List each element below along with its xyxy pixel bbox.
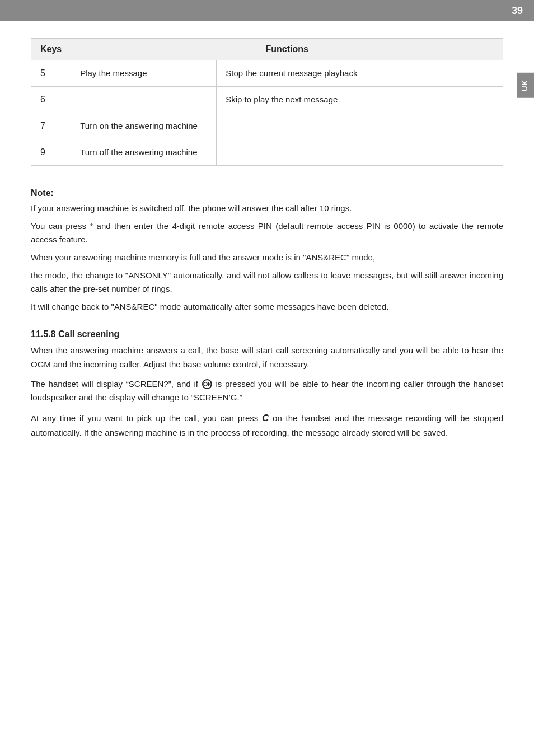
note-label: Note: [31, 188, 503, 198]
table-cell-func1: Turn on the answering machine [71, 113, 217, 139]
note-para-2: When your answering machine memory is fu… [31, 251, 503, 264]
table-cell-func1: Play the message [71, 60, 217, 87]
table-row: 6Skip to play the next message [31, 87, 503, 113]
section-para-1: The handset will display “SCREEN?”, and … [31, 377, 503, 405]
note-para-1: You can press * and then enter the 4-dig… [31, 220, 503, 246]
side-tab: UK [517, 73, 534, 98]
main-content: Keys Functions 5Play the messageStop the… [0, 21, 534, 468]
section-11-5-8: 11.5.8 Call screening When the answering… [31, 329, 503, 440]
table-cell-func1: Turn off the answering machine [71, 139, 217, 166]
table-cell-func2 [217, 113, 503, 139]
section-para-2: At any time if you want to pick up the c… [31, 410, 503, 440]
table-cell-func2: Skip to play the next message [217, 87, 503, 113]
table-cell-func2: Stop the current message playback [217, 60, 503, 87]
table-cell-func1 [71, 87, 217, 113]
note-para-4: It will change back to "ANS&REC" mode au… [31, 300, 503, 314]
section-para-0: When the answering machine answers a cal… [31, 344, 503, 372]
table-cell-key: 9 [31, 139, 71, 166]
table-cell-key: 5 [31, 60, 71, 87]
table-cell-func2 [217, 139, 503, 166]
page-number: 39 [512, 5, 523, 17]
ok-button-icon: OK [202, 380, 213, 390]
table-row: 5Play the messageStop the current messag… [31, 60, 503, 87]
table-cell-key: 6 [31, 87, 71, 113]
table-cell-key: 7 [31, 113, 71, 139]
note-section: Note: If your answering machine is switc… [31, 188, 503, 314]
table-row: 9Turn off the answering machine [31, 139, 503, 166]
top-bar: 39 [0, 0, 534, 21]
page-wrapper: 39 UK Keys Functions 5Play the messageSt… [0, 0, 534, 756]
table-header-keys: Keys [31, 39, 71, 60]
table-row: 7Turn on the answering machine [31, 113, 503, 139]
section-heading-11-5-8: 11.5.8 Call screening [31, 329, 503, 339]
note-para-0: If your answering machine is switched of… [31, 202, 503, 215]
note-para-3: the mode, the change to "ANSONLY" automa… [31, 269, 503, 296]
keys-functions-table: Keys Functions 5Play the messageStop the… [31, 38, 503, 166]
table-header-functions: Functions [71, 39, 503, 60]
phone-c-icon: C [262, 413, 269, 423]
